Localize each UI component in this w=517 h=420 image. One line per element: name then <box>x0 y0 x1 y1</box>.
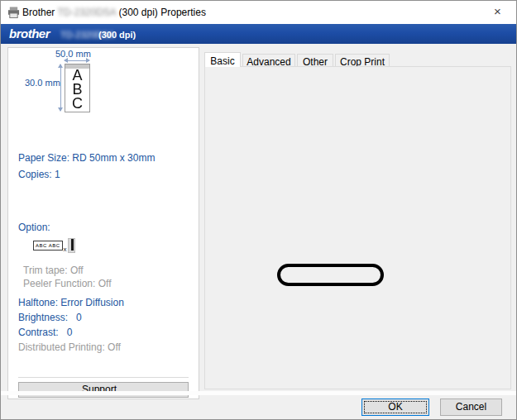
paper-preview: A B C <box>65 64 90 112</box>
summary-brightness: Brightness: 0 <box>18 312 82 323</box>
footer-divider-band <box>1 391 516 395</box>
summary-option-label: Option: <box>18 222 50 233</box>
basic-tab-page <box>204 66 511 389</box>
width-dimension-arrow <box>65 60 89 61</box>
cut-option-icon-x: x <box>64 246 67 253</box>
redacted-model-name: TD-2320DSA <box>57 7 116 18</box>
ok-button[interactable]: OK <box>361 399 429 416</box>
tab-basic[interactable]: Basic <box>204 52 241 67</box>
summary-trim-tape: Trim tape: Off <box>23 265 84 276</box>
summary-copies: Copies: 1 <box>18 169 60 180</box>
properties-dialog: Brother TD-2320DSA (300 dpi) Properties … <box>0 0 517 420</box>
close-button[interactable]: × <box>479 1 516 24</box>
brother-logo: brother <box>9 26 50 41</box>
height-dimension-arrow <box>60 64 61 111</box>
summary-halftone: Halftone: Error Diffusion <box>18 297 124 308</box>
cut-option-icon-labels: ABC ABC <box>33 241 63 251</box>
cutter-bar-icon <box>68 238 75 253</box>
summary-contrast: Contrast: 0 <box>18 327 72 338</box>
banner-dpi-label: (300 dpi) <box>98 30 136 40</box>
summary-distributed: Distributed Printing: Off <box>18 341 121 353</box>
paper-sample-text: A B C <box>65 68 89 111</box>
cancel-button[interactable]: Cancel <box>440 399 502 416</box>
paper-height-dimension: 30.0 mm <box>25 78 60 88</box>
tab-other[interactable]: Other <box>297 54 333 67</box>
print-preview-panel: 50.0 mm 30.0 mm A B C Paper Size: RD 50m… <box>7 47 199 399</box>
title-bar: Brother TD-2320DSA (300 dpi) Properties … <box>1 1 516 24</box>
window-title: Brother TD-2320DSA (300 dpi) Properties <box>22 7 206 18</box>
cut-option-icon: ABC ABCx <box>33 238 75 253</box>
brand-banner: brother TD-2320DSA (300 dpi) <box>1 24 516 44</box>
support-button[interactable]: Support... <box>18 382 189 398</box>
tab-crop-print[interactable]: Crop Print <box>335 54 390 67</box>
summary-peeler: Peeler Function: Off <box>23 278 112 289</box>
summary-paper-size: Paper Size: RD 50mm x 30mm <box>18 152 155 164</box>
tab-advanced[interactable]: Advanced <box>242 54 295 67</box>
printer-icon <box>7 7 20 18</box>
support-divider <box>18 377 189 378</box>
